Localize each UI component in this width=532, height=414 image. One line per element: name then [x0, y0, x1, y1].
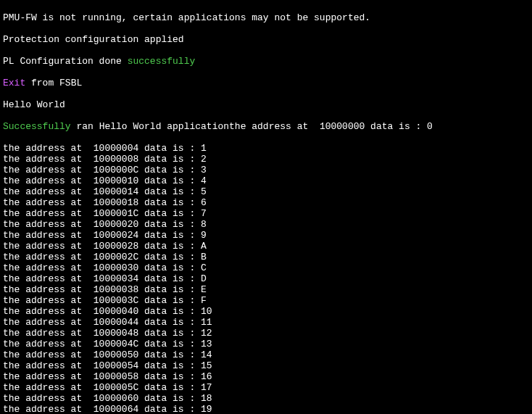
address-line: the address at 1000003C data is : F — [3, 295, 529, 306]
success-word: Successfully — [3, 121, 71, 132]
hello-line: Hello World — [3, 99, 529, 110]
address-line: the address at 10000014 data is : 5 — [3, 186, 529, 197]
address-line: the address at 10000028 data is : A — [3, 241, 529, 252]
address-line: the address at 10000034 data is : D — [3, 273, 529, 284]
address-line: the address at 10000048 data is : 12 — [3, 328, 529, 339]
success-suffix: ran Hello World applicationthe address a… — [71, 121, 433, 132]
address-line: the address at 10000030 data is : C — [3, 262, 529, 273]
address-line: the address at 10000054 data is : 15 — [3, 360, 529, 371]
address-line: the address at 10000010 data is : 4 — [3, 175, 529, 186]
terminal-output: PMU-FW is not running, certain applicati… — [0, 0, 532, 414]
address-line: the address at 1000002C data is : B — [3, 252, 529, 262]
address-line: the address at 1000000C data is : 3 — [3, 165, 529, 175]
address-line: the address at 10000038 data is : E — [3, 284, 529, 295]
exit-line: Exit from FSBL — [3, 78, 529, 88]
address-line: the address at 10000004 data is : 1 — [3, 143, 529, 154]
address-line: the address at 1000001C data is : 7 — [3, 208, 529, 219]
pl-conf-line: PL Configuration done successfully — [3, 56, 529, 67]
address-line: the address at 10000040 data is : 10 — [3, 306, 529, 317]
address-line: the address at 1000004C data is : 13 — [3, 339, 529, 349]
address-line: the address at 10000060 data is : 18 — [3, 393, 529, 404]
pl-conf-prefix: PL Configuration done — [3, 56, 128, 67]
prot-conf-line: Protection configuration applied — [3, 34, 529, 45]
exit-suffix: from FSBL — [25, 78, 82, 88]
exit-word: Exit — [3, 78, 25, 88]
pl-conf-status: successfully — [128, 56, 196, 67]
address-line: the address at 10000008 data is : 2 — [3, 154, 529, 165]
address-line: the address at 10000050 data is : 14 — [3, 349, 529, 360]
address-line: the address at 1000005C data is : 17 — [3, 382, 529, 393]
address-line: the address at 10000044 data is : 11 — [3, 317, 529, 328]
warning-line: PMU-FW is not running, certain applicati… — [3, 12, 529, 23]
address-line: the address at 10000020 data is : 8 — [3, 219, 529, 230]
success-line: Successfully ran Hello World application… — [3, 121, 529, 132]
address-line: the address at 10000024 data is : 9 — [3, 230, 529, 241]
address-line: the address at 10000058 data is : 16 — [3, 371, 529, 382]
address-line: the address at 10000064 data is : 19 — [3, 404, 529, 414]
address-line: the address at 10000018 data is : 6 — [3, 197, 529, 208]
